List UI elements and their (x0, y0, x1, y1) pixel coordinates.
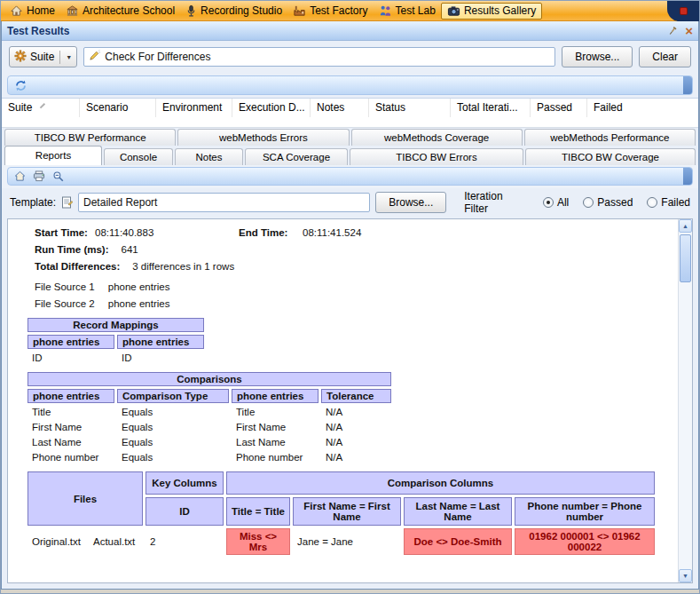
template-doc-icon[interactable] (61, 196, 73, 209)
refresh-bar (7, 75, 693, 95)
menu-item-architecture-school[interactable]: Architecture School (60, 3, 180, 20)
tab-tibco-bw-performance[interactable]: TIBCO BW Performance (4, 129, 176, 146)
radio-all-label: All (557, 196, 569, 209)
print-icon[interactable] (33, 170, 45, 182)
comparison-cell: Equals (117, 436, 229, 448)
menu-item-results-gallery[interactable]: Results Gallery (441, 3, 542, 20)
column-header-failed[interactable]: Failed (587, 99, 698, 117)
main-menubar: Home Architecture School Recording Studi… (1, 1, 699, 21)
button-divider (59, 51, 60, 64)
run-time-row: Run Time (ms): 641 (35, 242, 671, 258)
tab-console[interactable]: Console (104, 148, 173, 165)
comparison-cell: N/A (321, 436, 391, 448)
report-view: Start Time: 08:11:40.883 End Time: 08:11… (7, 218, 693, 583)
comparison-cell: N/A (321, 451, 391, 463)
window-bottom-edge (1, 590, 699, 593)
comparison-column-header: Last Name = Last Name (404, 497, 512, 526)
menu-item-label: Results Gallery (464, 4, 536, 17)
radio-passed[interactable]: Passed (583, 196, 633, 209)
file-source-2-row: File Source 2 phone entries (35, 296, 671, 313)
tab-strip-lower: Reports Console Notes SCA Coverage TIBCO… (2, 146, 698, 165)
key-cell: 2 (146, 528, 224, 555)
tab-notes[interactable]: Notes (175, 148, 243, 165)
template-field[interactable] (78, 193, 370, 212)
pencil-icon (89, 49, 100, 65)
column-header-environment[interactable]: Environment (156, 99, 232, 117)
comparison-cell: Title (232, 406, 319, 418)
pin-icon[interactable] (667, 26, 678, 36)
radio-passed-label: Passed (597, 196, 633, 209)
radio-passed-circle (583, 197, 594, 208)
architecture-school-icon (66, 4, 79, 18)
tab-sca-coverage[interactable]: SCA Coverage (245, 148, 348, 165)
chevron-down-icon[interactable]: ▼ (66, 54, 72, 60)
menu-item-label: Test Lab (396, 4, 436, 17)
comparison-cell: Last Name (28, 436, 114, 448)
recording-studio-icon (185, 4, 197, 18)
scroll-thumb[interactable] (680, 234, 691, 282)
comparisons-title: Comparisons (28, 372, 391, 386)
zoom-icon[interactable] (52, 170, 65, 183)
radio-all-circle (543, 197, 554, 208)
comparisons-header: phone entries (232, 389, 319, 403)
diff-cell: Doe <> Doe-Smith (404, 528, 512, 555)
record-mapping-header: phone entries (117, 335, 204, 349)
file-source-1-value: phone entries (108, 279, 170, 296)
record-mapping-cell: ID (117, 352, 204, 364)
tab-webmethods-coverage[interactable]: webMethods Coverage (351, 129, 523, 146)
clear-button[interactable]: Clear (639, 46, 691, 67)
template-input[interactable] (83, 196, 365, 209)
radio-failed[interactable]: Failed (647, 196, 690, 209)
home-report-icon[interactable] (14, 170, 26, 182)
tab-tibco-bw-errors[interactable]: TIBCO BW Errors (350, 148, 523, 165)
table-row: First Name Equals First Name N/A (28, 421, 391, 433)
radio-all[interactable]: All (543, 196, 569, 209)
tab-reports[interactable]: Reports (4, 146, 102, 165)
menu-item-label: Recording Studio (201, 4, 282, 17)
test-name-field[interactable] (83, 47, 555, 67)
comparison-cell: Last Name (232, 436, 319, 448)
menu-item-test-lab[interactable]: Test Lab (374, 3, 441, 20)
template-browse-button[interactable]: Browse... (375, 192, 446, 213)
tab-tibco-bw-coverage[interactable]: TIBCO BW Coverage (525, 148, 696, 165)
file-source-1-row: File Source 1 phone entries (35, 279, 671, 296)
gear-icon (14, 50, 27, 65)
report-toolbar-row (2, 165, 698, 188)
menu-item-recording-studio[interactable]: Recording Studio (180, 3, 287, 20)
table-row: Phone number Equals Phone number N/A (28, 451, 391, 463)
comparison-cell: N/A (321, 406, 391, 418)
vertical-scrollbar[interactable]: ▲ ▼ (678, 219, 692, 582)
suite-button-label: Suite (30, 51, 54, 63)
scroll-down-button[interactable]: ▼ (679, 569, 692, 582)
match-cell: Jane = Jane (293, 528, 401, 555)
report-content: Start Time: 08:11:40.883 End Time: 08:11… (8, 219, 678, 582)
panel-titlebar: Test Results × (2, 21, 698, 41)
menu-item-test-factory[interactable]: Test Factory (287, 3, 373, 20)
column-header-scenario[interactable]: Scenario (80, 99, 156, 117)
table-row: Last Name Equals Last Name N/A (28, 436, 391, 448)
close-icon[interactable]: × (685, 25, 693, 37)
column-header-suite[interactable]: Suite (2, 99, 80, 117)
comparison-cell: Phone number (232, 451, 319, 463)
column-header-notes[interactable]: Notes (311, 99, 369, 117)
column-header-status[interactable]: Status (369, 99, 451, 117)
column-header-total-iterations[interactable]: Total Iterati... (451, 99, 531, 117)
start-time-value: 08:11:40.883 (95, 225, 239, 242)
comparison-column-header: Title = Title (226, 497, 290, 526)
browse-button[interactable]: Browse... (562, 46, 633, 67)
table-row: Title Equals Title N/A (28, 406, 391, 418)
column-header-execution-date[interactable]: Execution D... (232, 99, 311, 117)
file-actual: Actual.txt (93, 536, 135, 547)
scroll-up-button[interactable]: ▲ (679, 219, 692, 233)
tab-webmethods-errors[interactable]: webMethods Errors (177, 129, 349, 146)
key-columns-header: Key Columns (146, 471, 224, 495)
refresh-icon[interactable] (14, 79, 28, 92)
home-icon (10, 4, 23, 18)
test-name-input[interactable] (105, 51, 550, 63)
column-header-passed[interactable]: Passed (531, 99, 587, 117)
results-grid: Suite Scenario Environment Execution D..… (2, 98, 698, 128)
menu-item-home[interactable]: Home (4, 3, 60, 20)
tab-strip-upper: TIBCO BW Performance webMethods Errors w… (2, 128, 698, 146)
tab-webmethods-performance[interactable]: webMethods Performance (524, 129, 696, 146)
suite-split-button[interactable]: Suite ▼ (9, 46, 77, 67)
